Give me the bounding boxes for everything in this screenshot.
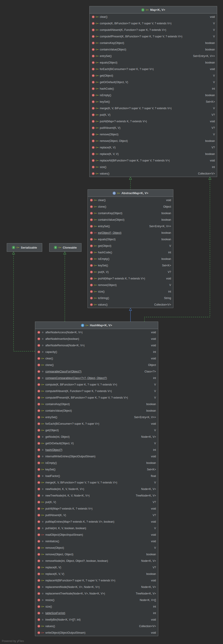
method-row[interactable]: mvalues()Collection<V> [88, 301, 173, 308]
method-row[interactable]: mclear()void [88, 197, 173, 203]
edge-hashmap-implements-serializable[interactable] [14, 254, 35, 351]
method-row[interactable]: mkeySet()Set<K> [88, 262, 173, 269]
method-row[interactable]: mtoString()String [88, 295, 173, 301]
method-row[interactable]: mput(K, V)V? [90, 112, 217, 118]
method-row[interactable]: mcomputeIfPresent(K, BiFunction<? super … [35, 394, 158, 401]
method-row[interactable]: mcomputeIfPresent(K, BiFunction<? super … [90, 33, 217, 40]
method-row[interactable]: mremove(Object, Object)boolean [35, 551, 158, 558]
method-row[interactable]: mputAll(Map<? extends K, ? extends V>)vo… [35, 505, 158, 512]
method-row[interactable]: mhash(Object?)int [35, 446, 158, 453]
method-row[interactable]: mequals(Object)boolean [88, 236, 173, 242]
method-row[interactable]: mcontainsKey(Object)boolean [88, 210, 173, 216]
method-row[interactable]: mreplace(K, V, V)boolean [35, 570, 158, 577]
method-row[interactable]: mputAll(Map<? extends K, ? extends V>)vo… [88, 275, 173, 282]
method-row[interactable]: mhashCode()int [90, 85, 217, 92]
method-row[interactable]: mforEach(BiConsumer<? super K, ? super V… [35, 420, 158, 427]
method-row[interactable]: mcontainsValue(Object)boolean [88, 216, 173, 223]
method-row[interactable]: mcontainsValue(Object)boolean [90, 46, 217, 53]
method-row[interactable]: mentrySet()Set<Entry<K, V>> [88, 223, 173, 230]
method-row[interactable]: mtableSizeFor(int)int [35, 610, 158, 616]
method-row[interactable]: mequals(Object)boolean [90, 59, 217, 66]
class-node-abstract-map[interactable]: CAbstractMap<K, V>mclear()voidmclone()Ob… [88, 189, 173, 308]
method-row[interactable]: mcomputeIfAbsent(K, Function<? super K, … [90, 26, 217, 33]
method-row[interactable]: mremove(Object, Object)boolean [90, 138, 217, 144]
class-node-hashmap[interactable]: CHashMap<K, V>mafterNodeAccess(Node<K, V… [35, 322, 158, 636]
method-row[interactable]: mtreeifyBin(Node<K, V>[]?, int)void [35, 616, 158, 623]
method-row[interactable]: mreplaceAll(BiFunction<? super K, ? supe… [35, 577, 158, 584]
method-row[interactable]: mloadFactor()float [35, 473, 158, 479]
method-row[interactable]: misEmpty()boolean [90, 92, 217, 98]
method-icon: m [38, 612, 40, 614]
method-row[interactable]: mkeySet()Set<K> [90, 98, 217, 105]
method-row[interactable]: mputIfAbsent(K, V)V? [35, 512, 158, 518]
method-row[interactable]: mmerge(K, V, BiFunction<? super V, ? sup… [35, 479, 158, 486]
method-row[interactable]: mgetNode(int, Object)Node<K, V> [35, 434, 158, 440]
method-row[interactable]: mreadObject(ObjectInputStream)void [35, 532, 158, 538]
method-row[interactable]: msize()int [88, 288, 173, 295]
method-row[interactable]: mremove(Object)V [88, 282, 173, 288]
method-row[interactable]: mafterNodeAccess(Node<K, V>)void [35, 329, 158, 336]
method-row[interactable]: mcapacity()int [35, 348, 158, 355]
method-row[interactable]: mcontainsKey(Object)boolean [90, 40, 217, 46]
method-row[interactable]: meq(Object?, Object)boolean [88, 230, 173, 236]
method-row[interactable]: mreplaceAll(BiFunction<? super K, ? supe… [90, 157, 217, 164]
method-row[interactable]: mputMapEntries(Map<? extends K, ? extend… [35, 518, 158, 525]
method-row[interactable]: mafterNodeRemoval(Node<K, V>)void [35, 342, 158, 348]
method-row[interactable]: mputIfAbsent(K, V)V? [90, 124, 217, 131]
method-row[interactable]: mputVal(int, K, V, boolean, boolean)V [35, 525, 158, 532]
method-row[interactable]: mremove(Object)V [90, 131, 217, 138]
method-row[interactable]: mget(Object)V [90, 72, 217, 79]
method-row[interactable]: mget(Object)V [35, 427, 158, 434]
method-row[interactable]: mremove(Object)V [35, 544, 158, 551]
method-row[interactable]: msize()int [90, 164, 217, 170]
method-row[interactable]: mforEach(BiConsumer<? super K, ? super V… [90, 66, 217, 72]
method-row[interactable]: mclear()void [35, 355, 158, 362]
method-row[interactable]: mwriteObject(ObjectOutputStream)void [35, 629, 158, 636]
uml-diagram-canvas[interactable]: IMap<K, V>mclear()voidmcompute(K, BiFunc… [0, 0, 223, 644]
method-row[interactable]: mclone()Object [35, 362, 158, 368]
method-row[interactable]: mreplace(K, V)V? [35, 564, 158, 570]
method-row[interactable]: mgetOrDefault(Object, V)V [90, 79, 217, 85]
class-node-map[interactable]: IMap<K, V>mclear()voidmcompute(K, BiFunc… [89, 6, 217, 177]
class-node-cloneable[interactable]: ICloneable [49, 243, 81, 252]
method-row[interactable]: mcompute(K, BiFunction<? super K, ? supe… [90, 20, 217, 26]
method-row[interactable]: mafterNodeInsertion(boolean)void [35, 336, 158, 342]
method-row[interactable]: mclone()Object [88, 203, 173, 210]
method-row[interactable]: mhashCode()int [88, 249, 173, 256]
method-row[interactable]: mcompareComparables(Class<?>?, Object, O… [35, 375, 158, 381]
method-icon: m [90, 264, 93, 267]
method-row[interactable]: mreplace(K, V)V? [90, 144, 217, 151]
method-row[interactable]: mnewNode(int, K, V, Node<K, V>)Node<K, V… [35, 486, 158, 492]
method-row[interactable]: mmerge(K, V, BiFunction<? super V, ? sup… [90, 105, 217, 112]
method-row[interactable]: mresize()Node<K, V>[] [35, 597, 158, 603]
method-row[interactable]: mreplacementNode(Node<K, V>, Node<K, V>)… [35, 584, 158, 590]
method-row[interactable]: mcontainsKey(Object)boolean [35, 401, 158, 407]
method-row[interactable]: mput(K, V)V? [35, 499, 158, 505]
method-row[interactable]: mreplace(K, V, V)boolean [90, 151, 217, 157]
method-row[interactable]: mentrySet()Set<Entry<K, V>> [90, 53, 217, 59]
method-row[interactable]: mclear()void [90, 14, 217, 20]
method-row[interactable]: mput(K, V)V? [88, 269, 173, 275]
method-row[interactable]: mvalues()Collection<V> [90, 170, 217, 177]
method-row[interactable]: mvalues()Collection<V> [35, 623, 158, 629]
method-row[interactable]: mreinitialize()void [35, 538, 158, 544]
method-row[interactable]: mkeySet()Set<K> [35, 466, 158, 473]
method-row[interactable]: misEmpty()boolean [35, 460, 158, 466]
method-row[interactable]: mnewTreeNode(int, K, V, Node<K, V>)TreeN… [35, 492, 158, 499]
method-row[interactable]: minternalWriteEntries(ObjectOutputStream… [35, 453, 158, 460]
method-row[interactable]: mgetOrDefault(Object, V)V [35, 440, 158, 446]
method-row[interactable]: mcomputeIfAbsent(K, Function<? super K, … [35, 388, 158, 394]
class-node-serializable[interactable]: ISerializable [7, 243, 42, 252]
method-row[interactable]: mget(Object)V [88, 242, 173, 249]
method-row[interactable]: mreplacementTreeNode(Node<K, V>, Node<K,… [35, 590, 158, 597]
method-row[interactable]: mcompute(K, BiFunction<? super K, ? supe… [35, 381, 158, 388]
method-row[interactable]: mputAll(Map<? extends K, ? extends V>)vo… [90, 118, 217, 124]
method-row[interactable]: mcontainsValue(Object)boolean [35, 407, 158, 414]
method-return-type: V [151, 442, 156, 445]
method-row[interactable]: misEmpty()boolean [88, 256, 173, 262]
method-row[interactable]: mcomparableClassFor(Object?)Class<?> [35, 368, 158, 375]
method-row[interactable]: mremoveNode(int, Object, Object?, boolea… [35, 558, 158, 564]
method-row[interactable]: msize()int [35, 603, 158, 610]
public-visibility-icon [41, 579, 44, 582]
method-row[interactable]: mentrySet()Set<Entry<K, V>> [35, 414, 158, 420]
